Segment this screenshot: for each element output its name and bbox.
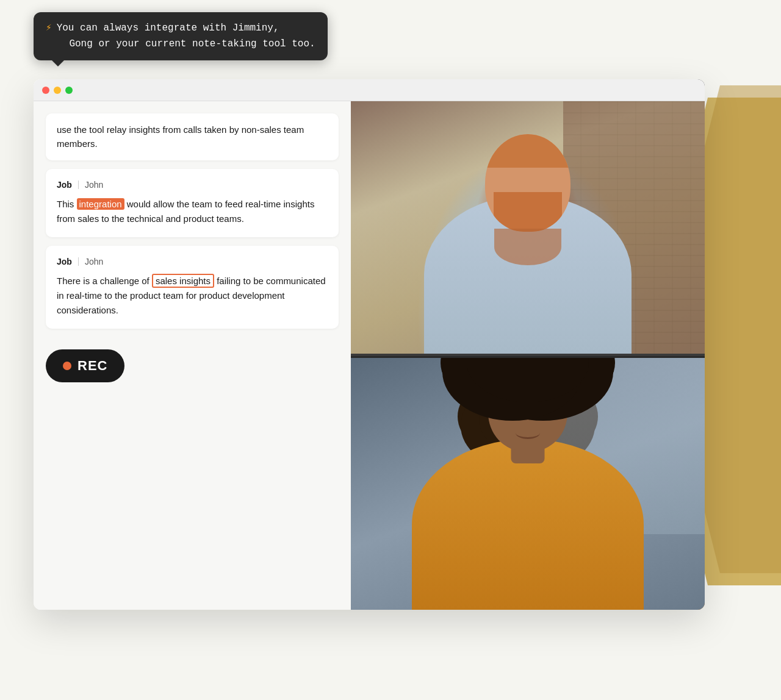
- card-2-body: There is a challenge of sales insights f…: [57, 274, 328, 318]
- page-container: ⚡You can always integrate with Jimminy, …: [0, 0, 781, 700]
- notification-text: ⚡You can always integrate with Jimminy, …: [46, 21, 315, 52]
- card-1-header: Job John: [57, 180, 328, 190]
- rec-dot-icon: [63, 362, 71, 370]
- rec-label: REC: [77, 358, 107, 374]
- card-1: Job John This integration would allow th…: [46, 169, 339, 237]
- card-1-body-before: This: [57, 199, 77, 209]
- rec-button[interactable]: REC: [46, 349, 124, 382]
- video-top: [351, 101, 705, 354]
- card-2-highlight: sales insights: [152, 274, 214, 288]
- card-1-divider: [78, 180, 79, 189]
- woman-body: [412, 439, 644, 610]
- titlebar: [34, 79, 705, 101]
- notification-bubble: ⚡You can always integrate with Jimminy, …: [34, 12, 328, 60]
- card-1-tag: Job: [57, 180, 72, 190]
- woman-video: [351, 358, 705, 610]
- man-video: [351, 101, 705, 354]
- lightning-icon: ⚡: [46, 23, 52, 34]
- partial-card-text: use the tool relay insights from calls t…: [57, 123, 328, 151]
- close-button[interactable]: [42, 87, 49, 94]
- minimize-button[interactable]: [54, 87, 61, 94]
- card-2-body-before: There is a challenge of: [57, 276, 152, 286]
- card-1-highlight: integration: [77, 198, 124, 210]
- card-2-tag: Job: [57, 257, 72, 266]
- man-head: [485, 134, 570, 232]
- video-bottom: [351, 356, 705, 610]
- right-panel: [351, 79, 705, 610]
- man-hair: [485, 134, 570, 168]
- card-1-author: John: [85, 180, 103, 190]
- partial-card: use the tool relay insights from calls t…: [46, 113, 339, 160]
- card-2-divider: [78, 257, 79, 266]
- left-panel: use the tool relay insights from calls t…: [34, 79, 351, 610]
- man-beard: [494, 192, 562, 232]
- card-1-body: This integration would allow the team to…: [57, 197, 328, 226]
- card-2: Job John There is a challenge of sales i…: [46, 246, 339, 329]
- woman-smile: [516, 427, 540, 439]
- card-2-author: John: [85, 257, 103, 266]
- main-window: use the tool relay insights from calls t…: [34, 79, 705, 610]
- maximize-button[interactable]: [65, 87, 73, 94]
- left-panel-inner: use the tool relay insights from calls t…: [34, 101, 351, 610]
- card-2-header: Job John: [57, 257, 328, 266]
